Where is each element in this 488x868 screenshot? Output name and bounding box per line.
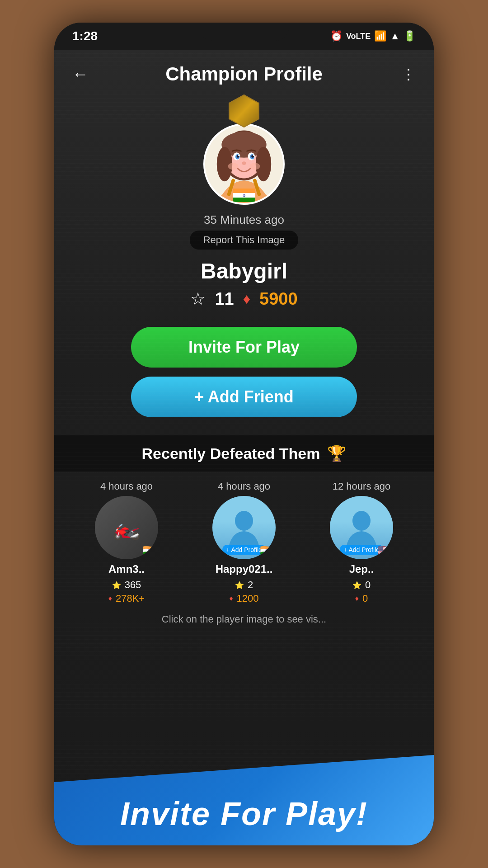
player-card[interactable]: 4 hours ago + Add Profile 🇮🇳 Happy021.. …: [194, 481, 294, 604]
status-time: 1:28: [72, 29, 98, 43]
diamond-icon: ♦: [108, 594, 112, 603]
player-avatar[interactable]: 🏍️ 🇮🇳: [95, 496, 158, 559]
stats-row: ☆ 11 ♦ 5900: [190, 289, 297, 309]
profile-section: ⊙ 35 Minutes ago Report This Image Babyg…: [54, 90, 434, 417]
diamond-icon: ♦: [355, 594, 359, 603]
status-icons: ⏰ VoLTE 📶 ▲ 🔋: [330, 30, 416, 42]
status-icon-alarm: ⏰: [330, 30, 343, 42]
player-avatar[interactable]: + Add Profile 🇺🇸: [330, 496, 393, 559]
player-flag: 🇮🇳: [260, 544, 273, 557]
flag-india: ⊙: [233, 189, 255, 202]
diamond-icon: ♦: [243, 291, 250, 307]
player-name: Happy021..: [216, 563, 273, 576]
page-title: Champion Profile: [165, 63, 323, 85]
player-coins: 1200: [237, 593, 259, 604]
player-coins: 0: [362, 593, 368, 604]
diamond-icon: ♦: [229, 594, 233, 603]
player-stars: 365: [125, 579, 141, 591]
last-seen: 35 Minutes ago: [204, 213, 284, 227]
bottom-banner: Invite For Play!: [54, 755, 434, 845]
bottom-banner-text: Invite For Play!: [120, 795, 368, 832]
more-options-button[interactable]: ⋮: [401, 66, 416, 83]
status-icon-signal: ▲: [390, 30, 400, 42]
svg-marker-0: [229, 95, 259, 127]
status-icon-volte: VoLTE: [346, 32, 371, 41]
avatar[interactable]: ⊙: [203, 123, 285, 205]
player-time: 4 hours ago: [100, 481, 153, 492]
invite-for-play-button[interactable]: Invite For Play: [131, 327, 357, 368]
player-stats: ⭐ 365 ♦ 278K+: [108, 579, 145, 604]
report-button[interactable]: Report This Image: [190, 231, 299, 250]
star-icon: ☆: [190, 289, 206, 309]
defeated-players-list: 4 hours ago 🏍️ 🇮🇳 Amn3.. ⭐ 365 ♦ 278K+: [54, 472, 434, 609]
player-name: Jep..: [349, 563, 374, 576]
hint-text: Click on the player image to see vis...: [144, 609, 344, 629]
player-avatar[interactable]: + Add Profile 🇮🇳: [212, 496, 276, 559]
player-name: Amn3..: [108, 563, 145, 576]
player-time: 4 hours ago: [218, 481, 270, 492]
recently-defeated-title: Recently Defeated Them: [142, 445, 320, 462]
svg-point-14: [238, 155, 239, 156]
player-stars: 0: [365, 579, 371, 591]
player-stars: 2: [248, 579, 253, 591]
rank-badge: [228, 94, 260, 128]
add-profile-badge: + Add Profile: [340, 545, 383, 555]
trophy-icon: 🏆: [327, 444, 346, 462]
svg-point-20: [352, 511, 371, 531]
star-icon: ⭐: [352, 581, 361, 590]
add-profile-badge: + Add Profile: [222, 545, 266, 555]
player-coins: 278K+: [116, 593, 145, 604]
status-icon-wifi: 📶: [374, 30, 386, 42]
svg-point-17: [228, 163, 239, 170]
level-number: 11: [215, 289, 234, 309]
back-button[interactable]: ←: [72, 65, 89, 84]
screen-content: ← Champion Profile ⋮: [54, 50, 434, 845]
svg-point-18: [249, 163, 260, 170]
player-flag: 🇮🇳: [142, 544, 156, 557]
player-flag: 🇺🇸: [377, 544, 391, 557]
notch: [199, 23, 289, 41]
coins-number: 5900: [259, 289, 298, 309]
recently-defeated-bar: Recently Defeated Them 🏆: [54, 435, 434, 472]
svg-point-15: [253, 155, 254, 156]
player-stats: ⭐ 2 ♦ 1200: [229, 579, 258, 604]
header: ← Champion Profile ⋮: [54, 50, 434, 90]
player-card[interactable]: 4 hours ago 🏍️ 🇮🇳 Amn3.. ⭐ 365 ♦ 278K+: [77, 481, 176, 604]
svg-point-16: [242, 161, 246, 165]
phone-frame: 1:28 ⏰ VoLTE 📶 ▲ 🔋 ← Champion Profile ⋮: [54, 23, 434, 845]
hint-area: Click on the player image to see vis...: [54, 609, 434, 630]
add-friend-button[interactable]: + Add Friend: [131, 377, 357, 417]
star-icon: ⭐: [235, 581, 244, 590]
svg-point-19: [235, 511, 253, 531]
username: Babygirl: [201, 259, 287, 283]
player-time: 12 hours ago: [333, 481, 390, 492]
status-icon-battery: 🔋: [404, 30, 416, 42]
player-card[interactable]: 12 hours ago + Add Profile 🇺🇸 Jep.. ⭐: [312, 481, 411, 604]
star-icon: ⭐: [112, 581, 121, 590]
player-stats: ⭐ 0 ♦ 0: [352, 579, 371, 604]
